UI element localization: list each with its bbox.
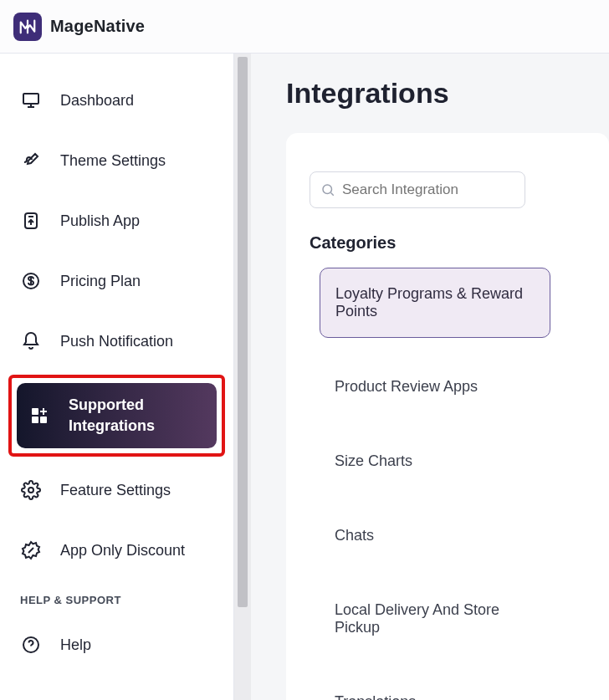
search-input-wrap[interactable] [310,171,525,208]
scrollbar-thumb[interactable] [238,57,248,607]
sidebar-item-label: Help [60,636,91,654]
gear-icon [20,479,42,501]
content-card: Categories Loyalty Programs & Reward Poi… [286,133,609,700]
sidebar-scrollbar[interactable] [234,54,251,700]
sidebar-item-publish-app[interactable]: Publish App [8,191,225,251]
sidebar-item-label: Push Notification [60,333,173,350]
sidebar: Dashboard Theme Settings Publish App [0,54,234,700]
main: Integrations Categories Loyalty Programs… [251,54,609,700]
svg-rect-0 [23,94,38,104]
sidebar-item-push-notification[interactable]: Push Notification [8,311,225,371]
dashboard-icon [20,89,42,111]
category-label: Translations [335,693,416,700]
category-product-reviews[interactable]: Product Review Apps [320,361,550,412]
brand-logo-text: MageNative [50,17,145,36]
category-label: Local Delivery And Store Pickup [335,601,499,636]
sidebar-item-help[interactable]: Help [8,615,225,675]
sidebar-item-highlight: Supported Integrations [8,375,225,457]
categories-heading: Categories [310,233,586,253]
category-size-charts[interactable]: Size Charts [320,436,550,487]
bell-icon [20,330,42,352]
discount-icon [20,539,42,561]
sidebar-item-feature-settings[interactable]: Feature Settings [8,460,225,520]
svg-point-6 [28,488,33,493]
integrations-icon [28,405,50,427]
search-icon [320,182,335,197]
sidebar-item-label: App Only Discount [60,542,185,559]
svg-point-8 [323,185,332,194]
help-icon [20,634,42,656]
topbar: MageNative [0,0,609,54]
sidebar-item-label: Theme Settings [60,152,166,170]
sidebar-item-app-only-discount[interactable]: App Only Discount [8,520,225,580]
categories-list: Loyalty Programs & Reward Points Product… [310,268,586,700]
sidebar-item-supported-integrations[interactable]: Supported Integrations [17,383,217,448]
sidebar-item-label: Supported Integrations [69,395,186,437]
category-translations[interactable]: Translations [320,677,550,700]
publish-icon [20,210,42,232]
category-label: Size Charts [335,452,412,469]
category-label: Loyalty Programs & Reward Points [335,285,523,319]
sidebar-item-label: Dashboard [60,92,134,110]
sidebar-item-label: Publish App [60,212,140,230]
help-section-title: HELP & SUPPORT [0,580,233,615]
category-local-delivery[interactable]: Local Delivery And Store Pickup [320,585,550,653]
page-title: Integrations [251,77,609,133]
category-loyalty-rewards[interactable]: Loyalty Programs & Reward Points [320,268,550,338]
sidebar-item-pricing-plan[interactable]: Pricing Plan [8,251,225,311]
svg-rect-4 [40,416,47,423]
dollar-icon [20,270,42,292]
svg-rect-5 [32,416,38,423]
brand-logo[interactable]: MageNative [13,13,145,41]
svg-rect-3 [32,408,38,415]
sidebar-item-dashboard[interactable]: Dashboard [8,70,225,130]
brand-logo-icon [13,13,42,41]
search-input[interactable] [342,181,514,198]
category-label: Chats [335,527,374,544]
sidebar-item-theme-settings[interactable]: Theme Settings [8,130,225,191]
category-label: Product Review Apps [335,378,478,395]
sidebar-item-label: Feature Settings [60,482,171,499]
category-chats[interactable]: Chats [320,510,550,561]
sidebar-item-label: Pricing Plan [60,273,141,290]
palette-icon [20,150,42,171]
